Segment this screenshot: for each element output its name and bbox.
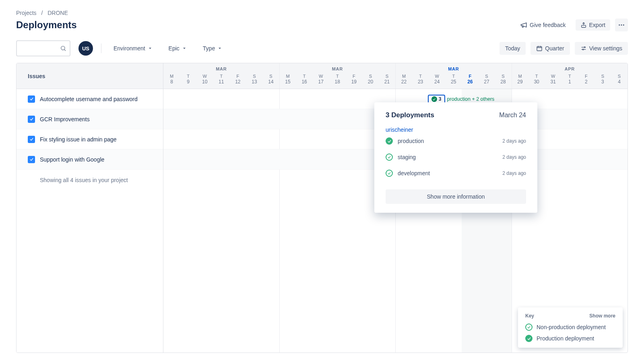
legend-row: Production deployment <box>525 335 615 342</box>
today-button[interactable]: Today <box>500 42 526 55</box>
env-time: 2 days ago <box>502 138 526 144</box>
day-column-header: T18 <box>329 73 346 89</box>
day-column-header: M22 <box>396 73 412 89</box>
epic-filter-label: Epic <box>169 45 180 52</box>
export-icon <box>580 22 587 28</box>
issue-row[interactable]: Fix styling issue in admin page <box>17 129 163 149</box>
breadcrumb: Projects / DRONE <box>16 10 628 16</box>
day-column-header: W17 <box>313 73 329 89</box>
deployment-label: production + 2 others <box>447 96 495 102</box>
breadcrumb-root[interactable]: Projects <box>16 10 37 16</box>
day-column-header: S28 <box>495 73 511 89</box>
issue-row[interactable]: Autocomplete username and password <box>17 89 163 109</box>
issue-title: Fix styling issue in admin page <box>40 136 117 143</box>
svg-point-7 <box>582 49 584 50</box>
day-column-header: W10 <box>196 73 213 89</box>
deployment-popover: 3 Deployments March 24 urischeiner produ… <box>374 102 537 213</box>
check-circle-outline-icon <box>525 324 533 331</box>
task-icon <box>28 116 35 123</box>
day-column-header: F26 <box>462 73 478 89</box>
check-circle-outline-icon <box>386 153 393 161</box>
day-column-header: T9 <box>180 73 196 89</box>
day-column-header: T11 <box>213 73 229 89</box>
day-column-header: W24 <box>429 73 445 89</box>
day-column-header: T1 <box>561 73 578 89</box>
svg-point-6 <box>584 47 585 48</box>
epic-filter[interactable]: Epic <box>165 43 191 54</box>
quarter-button[interactable]: Quarter <box>530 42 570 55</box>
svg-rect-0 <box>581 25 586 27</box>
env-name: development <box>398 170 430 176</box>
check-circle-outline-icon <box>386 170 393 177</box>
issues-header: Issues <box>17 63 163 89</box>
chevron-down-icon <box>217 46 222 51</box>
day-column-header: T23 <box>412 73 429 89</box>
day-column-header: S3 <box>594 73 611 89</box>
svg-rect-5 <box>537 46 542 51</box>
issue-row[interactable]: Support login with Google <box>17 149 163 170</box>
give-feedback-button[interactable]: Give feedback <box>515 19 571 31</box>
popover-env-row[interactable]: production 2 days ago <box>386 133 526 149</box>
chevron-down-icon <box>148 46 153 51</box>
day-column-header: M15 <box>280 73 296 89</box>
breadcrumb-project[interactable]: DRONE <box>47 10 68 16</box>
check-circle-icon <box>431 96 437 102</box>
legend-title: Key <box>525 313 534 319</box>
popover-title: 3 Deployments <box>386 111 434 119</box>
day-column-header: F19 <box>346 73 362 89</box>
user-avatar[interactable]: US <box>78 41 93 56</box>
legend-label: Production deployment <box>537 335 594 342</box>
more-icon <box>618 21 625 29</box>
svg-point-4 <box>61 46 65 50</box>
megaphone-icon <box>520 21 527 29</box>
day-column-header: S14 <box>262 73 279 89</box>
more-actions-button[interactable] <box>615 19 628 31</box>
day-column-header: T30 <box>528 73 545 89</box>
legend-show-more[interactable]: Show more <box>589 313 615 319</box>
export-label: Export <box>589 22 605 28</box>
environment-filter[interactable]: Environment <box>109 43 157 54</box>
task-icon <box>28 136 35 143</box>
issues-footer: Showing all 4 issues in your project <box>17 170 163 183</box>
legend-label: Non-production deployment <box>537 324 606 330</box>
env-name: staging <box>398 154 416 160</box>
popover-env-row[interactable]: development 2 days ago <box>386 165 526 181</box>
page-title: Deployments <box>16 19 77 31</box>
type-filter-label: Type <box>203 45 215 52</box>
svg-point-2 <box>621 25 622 26</box>
chevron-down-icon <box>182 46 187 51</box>
issue-title: Support login with Google <box>40 156 104 163</box>
day-column-header: S21 <box>379 73 395 89</box>
env-time: 2 days ago <box>502 170 526 176</box>
day-column-header: M8 <box>163 73 180 89</box>
search-icon <box>60 45 66 52</box>
month-label: MAR <box>396 63 512 73</box>
view-settings-button[interactable]: View settings <box>575 42 628 55</box>
day-column-header: M29 <box>512 73 528 89</box>
day-column-header: S20 <box>362 73 379 89</box>
type-filter[interactable]: Type <box>199 43 226 54</box>
day-column-header: W31 <box>545 73 561 89</box>
quarter-label: Quarter <box>545 45 564 52</box>
view-settings-label: View settings <box>589 45 622 52</box>
svg-point-3 <box>623 25 624 26</box>
day-column-header: F12 <box>229 73 246 89</box>
popover-env-row[interactable]: staging 2 days ago <box>386 149 526 165</box>
popover-user-link[interactable]: urischeiner <box>386 127 413 133</box>
day-column-header: S13 <box>246 73 262 89</box>
show-more-button[interactable]: Show more information <box>386 189 526 204</box>
deployment-count: 3 <box>439 96 442 102</box>
task-icon <box>28 95 35 103</box>
env-time: 2 days ago <box>502 154 526 160</box>
export-button[interactable]: Export <box>576 19 610 31</box>
month-label: APR <box>512 63 628 73</box>
issue-row[interactable]: GCR Improvements <box>17 109 163 129</box>
month-label: MAR <box>280 63 396 73</box>
legend-panel: Key Show more Non-production deploymentP… <box>518 307 623 348</box>
popover-date: March 24 <box>499 112 526 119</box>
calendar-icon <box>536 45 543 52</box>
give-feedback-label: Give feedback <box>530 22 566 28</box>
search-input[interactable] <box>16 40 70 56</box>
sliders-icon <box>580 45 587 52</box>
environment-filter-label: Environment <box>114 45 145 52</box>
